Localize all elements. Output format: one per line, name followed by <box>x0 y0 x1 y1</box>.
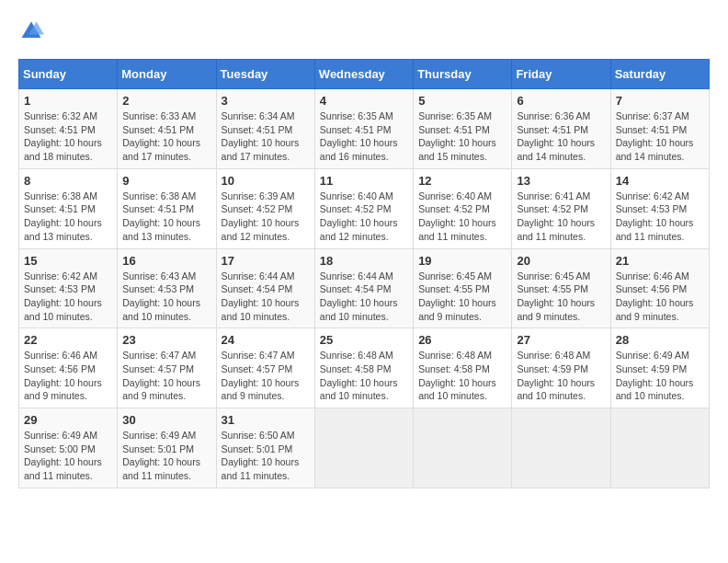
calendar-cell: 9Sunrise: 6:38 AMSunset: 4:51 PMDaylight… <box>118 168 216 248</box>
day-number: 23 <box>122 333 210 347</box>
calendar-cell: 14Sunrise: 6:42 AMSunset: 4:53 PMDayligh… <box>610 168 709 248</box>
day-number: 21 <box>616 254 704 268</box>
calendar-cell: 1Sunrise: 6:32 AMSunset: 4:51 PMDaylight… <box>19 89 118 169</box>
day-content: Sunrise: 6:45 AMSunset: 4:55 PMDaylight:… <box>418 270 506 324</box>
calendar-header-sunday: Sunday <box>19 60 118 89</box>
day-content: Sunrise: 6:40 AMSunset: 4:52 PMDaylight:… <box>418 190 506 244</box>
day-number: 15 <box>24 254 112 268</box>
day-number: 20 <box>517 254 605 268</box>
calendar-cell: 8Sunrise: 6:38 AMSunset: 4:51 PMDaylight… <box>19 168 118 248</box>
day-content: Sunrise: 6:39 AMSunset: 4:52 PMDaylight:… <box>222 190 310 244</box>
day-content: Sunrise: 6:48 AMSunset: 4:58 PMDaylight:… <box>320 349 408 403</box>
day-content: Sunrise: 6:48 AMSunset: 4:59 PMDaylight:… <box>517 349 605 403</box>
day-content: Sunrise: 6:49 AMSunset: 4:59 PMDaylight:… <box>616 349 704 403</box>
calendar-header-tuesday: Tuesday <box>216 60 314 89</box>
day-number: 7 <box>616 94 704 108</box>
day-content: Sunrise: 6:44 AMSunset: 4:54 PMDaylight:… <box>320 270 408 324</box>
day-number: 14 <box>616 174 704 188</box>
calendar-cell: 22Sunrise: 6:46 AMSunset: 4:56 PMDayligh… <box>19 328 118 408</box>
day-content: Sunrise: 6:34 AMSunset: 4:51 PMDaylight:… <box>222 109 310 164</box>
day-content: Sunrise: 6:35 AMSunset: 4:51 PMDaylight:… <box>320 109 408 164</box>
day-number: 2 <box>122 94 210 108</box>
calendar-header-thursday: Thursday <box>414 60 512 89</box>
day-number: 19 <box>418 254 506 268</box>
day-number: 29 <box>24 413 112 427</box>
day-number: 28 <box>616 333 704 347</box>
day-content: Sunrise: 6:36 AMSunset: 4:51 PMDaylight:… <box>517 109 605 164</box>
calendar-header-monday: Monday <box>118 60 216 89</box>
day-content: Sunrise: 6:42 AMSunset: 4:53 PMDaylight:… <box>616 190 704 244</box>
day-number: 25 <box>320 333 408 347</box>
calendar-cell <box>512 408 610 488</box>
calendar-cell: 13Sunrise: 6:41 AMSunset: 4:52 PMDayligh… <box>512 168 610 248</box>
calendar-cell: 2Sunrise: 6:33 AMSunset: 4:51 PMDaylight… <box>118 89 216 169</box>
calendar-cell: 29Sunrise: 6:49 AMSunset: 5:00 PMDayligh… <box>19 408 118 488</box>
day-content: Sunrise: 6:35 AMSunset: 4:51 PMDaylight:… <box>418 109 506 164</box>
day-content: Sunrise: 6:40 AMSunset: 4:52 PMDaylight:… <box>320 190 408 244</box>
calendar-cell: 4Sunrise: 6:35 AMSunset: 4:51 PMDaylight… <box>314 89 413 169</box>
calendar-cell: 10Sunrise: 6:39 AMSunset: 4:52 PMDayligh… <box>216 168 314 248</box>
calendar-cell: 15Sunrise: 6:42 AMSunset: 4:53 PMDayligh… <box>19 248 118 328</box>
header <box>18 18 710 44</box>
day-number: 13 <box>517 174 605 188</box>
day-content: Sunrise: 6:41 AMSunset: 4:52 PMDaylight:… <box>517 190 605 244</box>
calendar-cell: 31Sunrise: 6:50 AMSunset: 5:01 PMDayligh… <box>216 408 314 488</box>
day-number: 17 <box>222 254 310 268</box>
calendar-cell: 23Sunrise: 6:47 AMSunset: 4:57 PMDayligh… <box>118 328 216 408</box>
calendar-cell: 25Sunrise: 6:48 AMSunset: 4:58 PMDayligh… <box>314 328 413 408</box>
day-content: Sunrise: 6:47 AMSunset: 4:57 PMDaylight:… <box>222 349 310 403</box>
day-number: 30 <box>122 413 210 427</box>
day-number: 18 <box>320 254 408 268</box>
logo <box>18 18 48 44</box>
day-content: Sunrise: 6:42 AMSunset: 4:53 PMDaylight:… <box>24 270 112 324</box>
calendar-cell: 17Sunrise: 6:44 AMSunset: 4:54 PMDayligh… <box>216 248 314 328</box>
day-content: Sunrise: 6:48 AMSunset: 4:58 PMDaylight:… <box>418 349 506 403</box>
calendar-cell: 28Sunrise: 6:49 AMSunset: 4:59 PMDayligh… <box>610 328 709 408</box>
day-content: Sunrise: 6:38 AMSunset: 4:51 PMDaylight:… <box>24 190 112 244</box>
day-number: 9 <box>122 174 210 188</box>
day-content: Sunrise: 6:49 AMSunset: 5:01 PMDaylight:… <box>122 429 210 483</box>
calendar-week-row: 1Sunrise: 6:32 AMSunset: 4:51 PMDaylight… <box>19 89 710 169</box>
day-number: 1 <box>24 94 112 108</box>
day-content: Sunrise: 6:32 AMSunset: 4:51 PMDaylight:… <box>24 109 112 164</box>
day-content: Sunrise: 6:45 AMSunset: 4:55 PMDaylight:… <box>517 270 605 324</box>
calendar-header-row: SundayMondayTuesdayWednesdayThursdayFrid… <box>19 60 710 89</box>
day-number: 26 <box>418 333 506 347</box>
calendar-header-friday: Friday <box>512 60 610 89</box>
calendar-cell: 18Sunrise: 6:44 AMSunset: 4:54 PMDayligh… <box>314 248 413 328</box>
day-number: 24 <box>222 333 310 347</box>
calendar-cell <box>314 408 413 488</box>
day-number: 11 <box>320 174 408 188</box>
calendar-table: SundayMondayTuesdayWednesdayThursdayFrid… <box>18 59 710 488</box>
calendar-cell: 11Sunrise: 6:40 AMSunset: 4:52 PMDayligh… <box>314 168 413 248</box>
day-number: 10 <box>222 174 310 188</box>
day-content: Sunrise: 6:46 AMSunset: 4:56 PMDaylight:… <box>24 349 112 403</box>
day-number: 6 <box>517 94 605 108</box>
calendar-cell: 3Sunrise: 6:34 AMSunset: 4:51 PMDaylight… <box>216 89 314 169</box>
day-number: 16 <box>122 254 210 268</box>
day-content: Sunrise: 6:47 AMSunset: 4:57 PMDaylight:… <box>122 349 210 403</box>
calendar-cell: 27Sunrise: 6:48 AMSunset: 4:59 PMDayligh… <box>512 328 610 408</box>
day-number: 4 <box>320 94 408 108</box>
calendar-week-row: 8Sunrise: 6:38 AMSunset: 4:51 PMDaylight… <box>19 168 710 248</box>
calendar-cell: 20Sunrise: 6:45 AMSunset: 4:55 PMDayligh… <box>512 248 610 328</box>
calendar-cell: 30Sunrise: 6:49 AMSunset: 5:01 PMDayligh… <box>118 408 216 488</box>
day-content: Sunrise: 6:44 AMSunset: 4:54 PMDaylight:… <box>222 270 310 324</box>
calendar-cell: 21Sunrise: 6:46 AMSunset: 4:56 PMDayligh… <box>610 248 709 328</box>
calendar-cell: 19Sunrise: 6:45 AMSunset: 4:55 PMDayligh… <box>414 248 512 328</box>
day-content: Sunrise: 6:46 AMSunset: 4:56 PMDaylight:… <box>616 270 704 324</box>
day-number: 31 <box>222 413 310 427</box>
day-content: Sunrise: 6:50 AMSunset: 5:01 PMDaylight:… <box>222 429 310 483</box>
day-number: 12 <box>418 174 506 188</box>
day-number: 8 <box>24 174 112 188</box>
day-number: 3 <box>222 94 310 108</box>
calendar-header-saturday: Saturday <box>610 60 709 89</box>
calendar-cell: 5Sunrise: 6:35 AMSunset: 4:51 PMDaylight… <box>414 89 512 169</box>
day-number: 27 <box>517 333 605 347</box>
calendar-cell: 26Sunrise: 6:48 AMSunset: 4:58 PMDayligh… <box>414 328 512 408</box>
calendar-header-wednesday: Wednesday <box>314 60 413 89</box>
day-number: 5 <box>418 94 506 108</box>
calendar-week-row: 22Sunrise: 6:46 AMSunset: 4:56 PMDayligh… <box>19 328 710 408</box>
calendar-cell: 24Sunrise: 6:47 AMSunset: 4:57 PMDayligh… <box>216 328 314 408</box>
calendar-week-row: 15Sunrise: 6:42 AMSunset: 4:53 PMDayligh… <box>19 248 710 328</box>
